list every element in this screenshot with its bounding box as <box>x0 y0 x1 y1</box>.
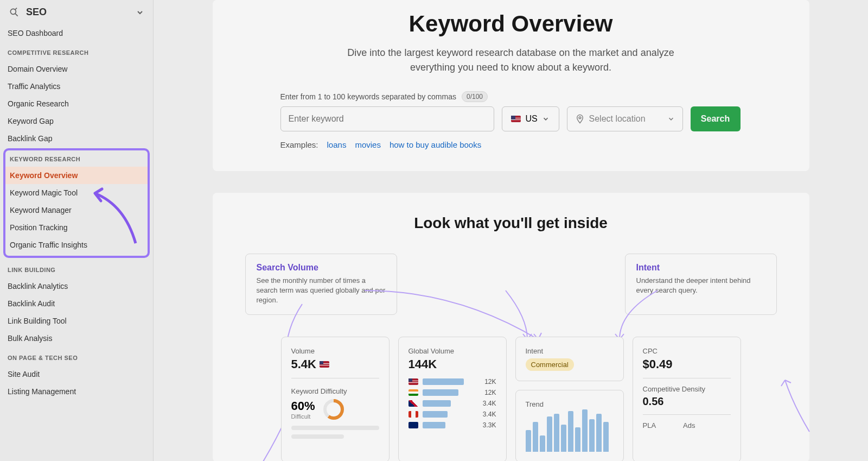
input-hint: Enter from 1 to 100 keywords separated b… <box>280 92 456 101</box>
preview-card: Look what you'll get inside Search Volum… <box>213 193 809 461</box>
sidebar-item-site-audit[interactable]: Site Audit <box>0 365 153 383</box>
sidebar-item-backlink-gap[interactable]: Backlink Gap <box>0 130 153 147</box>
metric-cpc-card: CPC $0.49 Competitive Density 0.56 PLA A… <box>633 337 741 461</box>
volume-label: Volume <box>291 347 379 355</box>
sidebar-item-position-tracking[interactable]: Position Tracking <box>5 219 148 236</box>
example-link-audible[interactable]: how to buy audible books <box>390 140 481 149</box>
kd-difficulty: Difficult <box>291 413 315 420</box>
trend-label: Trend <box>526 400 614 408</box>
flag-gb-icon <box>409 400 418 407</box>
country-volume-row: 3.4K <box>409 400 496 407</box>
cpc-value: $0.49 <box>643 357 731 371</box>
feature-intent: Intent Understand the deeper intent behi… <box>625 254 777 315</box>
flag-us-icon <box>409 378 418 385</box>
sidebar-header[interactable]: SEO <box>0 0 153 24</box>
global-value: 144K <box>409 357 496 371</box>
trend-bar <box>540 435 545 452</box>
svg-point-2 <box>579 117 581 119</box>
volume-bar <box>423 422 445 428</box>
volume-bar <box>423 411 448 418</box>
location-select[interactable]: Select location <box>567 106 683 131</box>
trend-bar <box>575 427 580 452</box>
volume-bar <box>423 378 464 385</box>
section-onpage: ON PAGE & TECH SEO <box>0 347 153 365</box>
feature-sv-desc: See the monthly number of times a search… <box>257 276 386 306</box>
flag-ca-icon <box>409 411 418 418</box>
pla-label: PLA <box>643 421 656 430</box>
search-button[interactable]: Search <box>691 106 741 131</box>
country-code: US <box>525 114 537 124</box>
page-desc: Dive into the largest keyword research d… <box>337 46 685 75</box>
feature-intent-title: Intent <box>636 263 765 273</box>
country-volume-value: 3.4K <box>483 411 496 418</box>
metric-global-card: Global Volume 144K 12K 12K 3.4K 3.4K 3.3… <box>398 337 507 461</box>
volume-bar <box>423 400 451 407</box>
keyword-counter: 0/100 <box>462 91 488 102</box>
sidebar-item-bulk-analysis[interactable]: Bulk Analysis <box>0 330 153 347</box>
sidebar-item-domain-overview[interactable]: Domain Overview <box>0 60 153 78</box>
flag-au-icon <box>409 422 418 428</box>
cd-label: Competitive Density <box>643 385 731 393</box>
country-volume-value: 3.3K <box>483 421 496 429</box>
metric-volume-card: Volume 5.4K Keyword Difficulty 60% Diffi… <box>281 337 390 461</box>
country-select[interactable]: US <box>502 106 559 131</box>
location-pin-icon <box>575 114 585 124</box>
country-volume-value: 12K <box>484 389 496 396</box>
metric-trend-card: Trend <box>515 390 624 461</box>
sidebar-item-keyword-magic[interactable]: Keyword Magic Tool <box>5 184 148 201</box>
difficulty-donut-icon <box>322 397 346 421</box>
sidebar-item-organic-research[interactable]: Organic Research <box>0 95 153 112</box>
trend-bar <box>589 419 595 452</box>
trend-bar <box>561 425 566 452</box>
trend-bar <box>526 430 531 452</box>
preview-title: Look what you'll get inside <box>224 214 799 232</box>
trend-bar <box>582 409 588 452</box>
trend-bar <box>568 411 573 452</box>
hero-card: Keyword Overview Dive into the largest k… <box>213 0 809 171</box>
cpc-label: CPC <box>643 347 731 355</box>
volume-bar <box>423 389 458 396</box>
main-content: Keyword Overview Dive into the largest k… <box>154 0 868 461</box>
feature-sv-title: Search Volume <box>257 263 386 273</box>
chevron-down-icon <box>136 8 144 17</box>
sidebar-item-backlink-analytics[interactable]: Backlink Analytics <box>0 277 153 295</box>
sidebar-item-keyword-overview[interactable]: Keyword Overview <box>5 167 148 184</box>
chevron-down-icon <box>667 115 675 123</box>
cd-value: 0.56 <box>643 395 731 408</box>
svg-line-1 <box>15 13 18 16</box>
sidebar-item-seo-dashboard[interactable]: SEO Dashboard <box>0 24 153 42</box>
sidebar-item-keyword-manager[interactable]: Keyword Manager <box>5 201 148 219</box>
page-title: Keyword Overview <box>245 11 777 37</box>
sidebar-item-keyword-gap[interactable]: Keyword Gap <box>0 112 153 130</box>
country-volume-row: 3.3K <box>409 421 496 429</box>
volume-value: 5.4K <box>291 357 316 371</box>
flag-us-icon <box>320 361 329 368</box>
feature-intent-desc: Understand the deeper intent behind ever… <box>636 276 765 295</box>
global-label: Global Volume <box>409 347 496 355</box>
section-link: LINK BUILDING <box>0 259 153 277</box>
sidebar-item-organic-traffic-insights[interactable]: Organic Traffic Insights <box>5 236 148 254</box>
section-keyword: KEYWORD RESEARCH <box>5 153 148 167</box>
keyword-input[interactable] <box>280 106 494 131</box>
sidebar-item-link-building-tool[interactable]: Link Building Tool <box>0 312 153 330</box>
sidebar-item-listing-management[interactable]: Listing Management <box>0 383 153 400</box>
feature-search-volume: Search Volume See the monthly number of … <box>245 254 397 315</box>
examples-label: Examples: <box>280 140 318 149</box>
example-link-loans[interactable]: loans <box>327 140 347 149</box>
example-link-movies[interactable]: movies <box>355 140 381 149</box>
trend-bar <box>603 422 609 452</box>
country-volume-value: 3.4K <box>483 400 496 407</box>
sidebar-item-backlink-audit[interactable]: Backlink Audit <box>0 295 153 312</box>
flag-us-icon <box>511 116 521 122</box>
ads-label: Ads <box>683 421 695 430</box>
trend-bar <box>547 416 552 452</box>
kd-label: Keyword Difficulty <box>291 387 379 395</box>
country-volume-row: 12K <box>409 378 496 386</box>
country-volume-row: 3.4K <box>409 411 496 418</box>
keyword-research-highlight: KEYWORD RESEARCH Keyword Overview Keywor… <box>3 148 150 258</box>
intent-label: Intent <box>526 347 614 355</box>
country-volume-value: 12K <box>484 378 496 386</box>
location-placeholder: Select location <box>589 114 646 124</box>
chevron-down-icon <box>542 115 550 123</box>
sidebar-item-traffic-analytics[interactable]: Traffic Analytics <box>0 78 153 95</box>
